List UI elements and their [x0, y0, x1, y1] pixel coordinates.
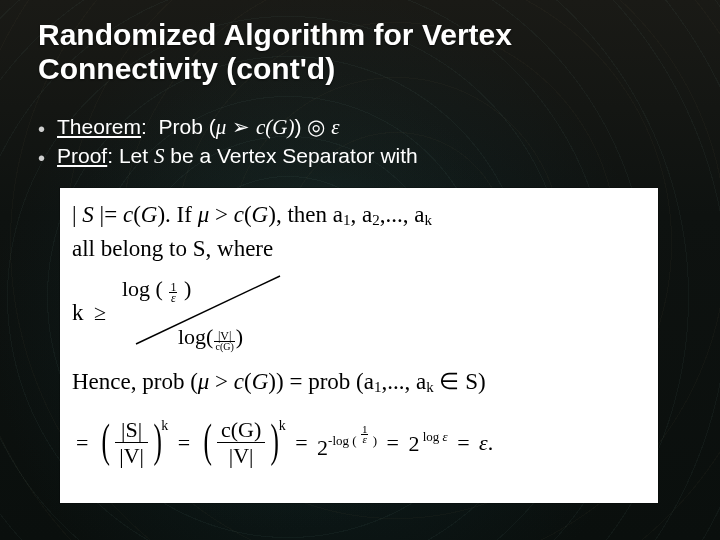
k-numerator: log ( 1ε ) [122, 276, 191, 303]
bullet-theorem-text: Theorem: Prob (μ ➢ c(G)) ◎ ε [57, 115, 339, 140]
bullet-dot-icon: • [38, 119, 45, 139]
formula-line-2: all belong to S, where [72, 236, 273, 262]
slide-title: Randomized Algorithm for Vertex Connecti… [38, 18, 680, 85]
bullet-theorem: • Theorem: Prob (μ ➢ c(G)) ◎ ε [38, 115, 680, 140]
slide: Randomized Algorithm for Vertex Connecti… [0, 0, 720, 540]
bullet-list: • Theorem: Prob (μ ➢ c(G)) ◎ ε • Proof: … [38, 115, 680, 173]
bullet-proof: • Proof: Let S be a Vertex Separator wit… [38, 144, 680, 169]
bullet-dot-icon: • [38, 148, 45, 168]
formula-hence-line: Hence, prob (μ > c(G)) = prob (a1,..., a… [72, 368, 486, 396]
formula-line-1: | S |= c(G). If μ > c(G), then a1, a2,..… [72, 202, 432, 229]
formula-final-row: = (|S||V|)k = (c(G)|V|)k = 2-log ( 1ε ) … [72, 416, 652, 496]
k-denominator: log(|V|c(G)) [178, 324, 243, 352]
formula-box: | S |= c(G). If μ > c(G), then a1, a2,..… [60, 188, 658, 503]
formula-k-inequality: k ≥ log ( 1ε ) log(|V|c(G)) [72, 274, 352, 352]
bullet-proof-text: Proof: Let S be a Vertex Separator with [57, 144, 418, 169]
